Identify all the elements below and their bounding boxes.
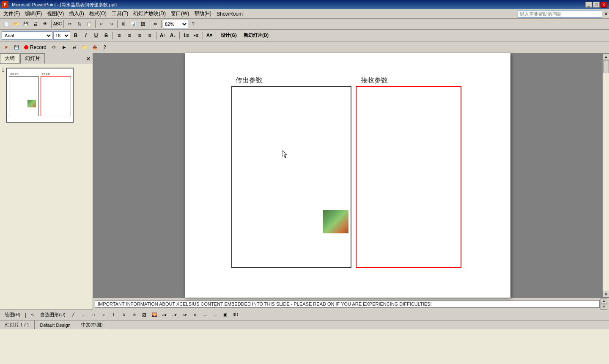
tb-help-button[interactable]: ? — [100, 43, 110, 52]
record-options-button[interactable]: ⚙ — [49, 43, 59, 52]
save-button[interactable]: 💾 — [21, 19, 30, 29]
slide-thumbnail-panel: 1 传出参数 接收参数 — [0, 64, 93, 309]
new-button[interactable]: 📄 — [2, 19, 11, 29]
print-button[interactable]: 🖨 — [31, 19, 40, 29]
minimize-button[interactable]: _ — [585, 2, 592, 8]
arrow-button[interactable]: → — [79, 310, 88, 320]
help-search-input[interactable] — [518, 10, 602, 18]
open-button[interactable]: 📂 — [11, 19, 21, 29]
menu-tools[interactable]: 工具(T) — [109, 9, 131, 18]
strikethrough-button[interactable]: S — [102, 31, 111, 40]
menu-showroom[interactable]: ShowRoom — [214, 10, 245, 18]
menu-edit[interactable]: 编辑(E) — [22, 9, 44, 18]
font-select[interactable]: Arial Times New Roman — [2, 31, 52, 40]
new-slide-button[interactable]: 新幻灯片(D) — [241, 31, 272, 40]
insert-clip-button[interactable]: 🖼 — [138, 19, 148, 29]
cut-button[interactable]: ✂ — [65, 19, 74, 29]
menu-slideshow[interactable]: 幻灯片放映(D) — [131, 9, 168, 18]
design-button[interactable]: 设计(G) — [218, 31, 240, 40]
undo-button[interactable]: ↩ — [97, 19, 106, 29]
insert-chart-button[interactable]: 📊 — [129, 19, 138, 29]
slide-thumbnail[interactable]: 传出参数 接收参数 — [6, 68, 74, 123]
bottom-scrollbar[interactable]: ▲ ▼ — [601, 298, 607, 310]
play-button[interactable]: ▶ — [60, 43, 69, 52]
line-style-button[interactable]: ≡ — [190, 310, 200, 320]
diagram-button[interactable]: ⊕ — [129, 310, 139, 320]
info-text: IMPORTANT INFORMATION ABOUT XCELSIUS CON… — [95, 300, 600, 308]
align-center-button[interactable]: ≡ — [125, 31, 134, 40]
ppt-icon-button[interactable]: P — [2, 43, 11, 52]
line-button[interactable]: ╱ — [69, 310, 78, 320]
wordart-button[interactable]: Ａ — [119, 310, 129, 320]
align-left-button[interactable]: ≡ — [115, 31, 124, 40]
left-content-box[interactable] — [231, 86, 351, 268]
menu-window[interactable]: 窗口(W) — [168, 9, 192, 18]
menu-insert[interactable]: 插入(I) — [66, 9, 86, 18]
help-close-icon[interactable]: ✕ — [604, 11, 608, 17]
underline-button[interactable]: U — [91, 31, 101, 40]
panel-tabs: 大纲 幻灯片 ✕ — [0, 53, 93, 64]
font-color-tb-button[interactable]: A▾ — [180, 310, 189, 320]
menu-file[interactable]: 文件(F) — [1, 9, 22, 18]
menu-help[interactable]: 帮助(H) — [192, 9, 214, 18]
tb-print-button[interactable]: 🖨 — [70, 43, 79, 52]
image-button[interactable]: 🌄 — [150, 310, 159, 320]
preview-button[interactable]: 👁 — [41, 19, 50, 29]
more-button[interactable]: ≫ — [151, 19, 160, 29]
scroll-track — [603, 60, 609, 291]
copy-button[interactable]: ⎘ — [75, 19, 84, 29]
scroll-thumb[interactable] — [603, 60, 609, 73]
separator — [216, 32, 216, 39]
italic-button[interactable]: I — [81, 31, 91, 40]
scroll-down-button[interactable]: ▼ — [603, 291, 609, 298]
zoom-help-button[interactable]: ? — [189, 19, 198, 29]
auto-shapes-button[interactable]: 自选图形(U) — [38, 310, 67, 320]
fill-color-button[interactable]: A▾ — [160, 310, 169, 320]
numbering-button[interactable]: 1≡ — [181, 31, 191, 40]
bullets-button[interactable]: •≡ — [192, 31, 201, 40]
font-color-button[interactable]: A▾ — [205, 31, 214, 40]
rect-button[interactable]: □ — [89, 310, 98, 320]
tb-file-button[interactable]: 📁 — [80, 43, 89, 52]
redo-button[interactable]: ↪ — [107, 19, 116, 29]
tab-outline[interactable]: 大纲 — [0, 53, 19, 64]
maximize-button[interactable]: □ — [593, 2, 600, 8]
textbox-button[interactable]: T — [109, 310, 118, 320]
spelling-button[interactable]: ABC — [53, 19, 62, 29]
close-button[interactable]: ✕ — [601, 2, 607, 8]
menu-bar: 文件(F) 编辑(E) 视图(V) 插入(I) 格式(O) 工具(T) 幻灯片放… — [0, 9, 609, 19]
bold-button[interactable]: B — [71, 31, 80, 40]
right-content-box[interactable] — [356, 86, 461, 268]
slide-number: 1 — [2, 68, 4, 73]
draw-menu-button[interactable]: 绘图(R) — [2, 310, 23, 320]
menu-format[interactable]: 格式(O) — [87, 9, 109, 18]
select-button[interactable]: ↖ — [28, 310, 37, 320]
line-color-button[interactable]: ─▾ — [170, 310, 179, 320]
paste-button[interactable]: 📋 — [85, 19, 94, 29]
panel-close-button[interactable]: ✕ — [86, 55, 91, 62]
shadow-button[interactable]: ▣ — [221, 310, 230, 320]
record-button[interactable]: Record — [22, 43, 49, 52]
justify-button[interactable]: ≡ — [145, 31, 154, 40]
increase-font-button[interactable]: A↑ — [158, 31, 167, 40]
clipart-button[interactable]: 🖼 — [140, 310, 149, 320]
separator — [95, 20, 96, 28]
embedded-image — [323, 210, 348, 233]
oval-button[interactable]: ○ — [99, 310, 108, 320]
tb-publish-button[interactable]: 📤 — [90, 43, 99, 52]
scroll-up-bottom[interactable]: ▲ — [601, 298, 607, 304]
arrow-style-button[interactable]: → — [211, 310, 220, 320]
insert-table-button[interactable]: ⊞ — [119, 19, 128, 29]
right-scrollbar[interactable]: ▲ ▼ — [602, 53, 609, 298]
dash-style-button[interactable]: --- — [200, 310, 210, 320]
tab-slides[interactable]: 幻灯片 — [20, 53, 45, 64]
scroll-down-bottom[interactable]: ▼ — [601, 304, 607, 310]
decrease-font-button[interactable]: A↓ — [168, 31, 178, 40]
3d-button[interactable]: 3D — [231, 310, 240, 320]
menu-view[interactable]: 视图(V) — [44, 9, 66, 18]
zoom-select[interactable]: 82% 100% 75% 50% — [163, 20, 188, 28]
font-size-select[interactable]: 18 12 14 24 — [53, 31, 70, 40]
save2-button[interactable]: 💾 — [12, 43, 21, 52]
align-right-button[interactable]: ≡ — [135, 31, 144, 40]
scroll-up-button[interactable]: ▲ — [603, 53, 609, 60]
